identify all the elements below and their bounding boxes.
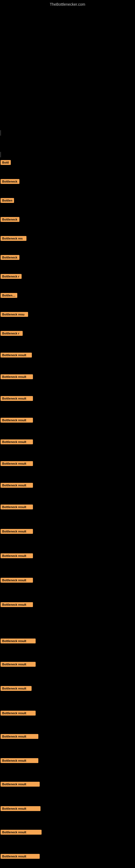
bottleneck-result-badge[interactable]: Bottleneck result: [1, 352, 32, 358]
bottleneck-result-badge[interactable]: Bottleneck result: [1, 483, 33, 488]
bottleneck-result-badge[interactable]: Bottleneck result: [1, 553, 33, 558]
bottleneck-result-badge[interactable]: Bottleneck r: [1, 331, 23, 336]
bottleneck-result-badge[interactable]: Bottleneck result: [1, 662, 36, 667]
bottleneck-result-badge[interactable]: Bottleneck result: [1, 418, 33, 423]
bottleneck-result-badge[interactable]: Bottleneck: [1, 217, 19, 222]
bottleneck-result-badge[interactable]: Bottleneck result: [1, 782, 40, 786]
bottleneck-result-badge[interactable]: Bottleneck: [1, 255, 19, 260]
bottleneck-result-badge[interactable]: Bottleneck result: [1, 806, 41, 811]
bottleneck-result-badge[interactable]: Bottlen: [1, 198, 14, 203]
bottleneck-result-badge[interactable]: Bottleneck result: [1, 396, 33, 401]
bottleneck-result-badge[interactable]: Bottleneck result: [1, 529, 33, 534]
bottleneck-result-badge[interactable]: Bottleneck resu: [1, 312, 28, 317]
bottleneck-result-badge[interactable]: Bottleneck result: [1, 686, 32, 691]
bottleneck-result-badge[interactable]: Bottleneck result: [1, 854, 40, 859]
bottleneck-result-badge[interactable]: Bottleneck result: [1, 639, 36, 643]
bottleneck-result-badge[interactable]: Bottleneck result: [1, 439, 33, 444]
bottleneck-result-badge[interactable]: Bottl: [1, 160, 11, 165]
bottleneck-result-badge[interactable]: Bottleneck result: [1, 602, 33, 607]
bottleneck-result-badge[interactable]: Bottleneck result: [1, 711, 36, 716]
bottleneck-result-badge[interactable]: Bottleneck result: [1, 374, 33, 379]
site-title: TheBottlenecker.com: [50, 2, 85, 6]
bottleneck-result-badge[interactable]: Bottlenec: [1, 293, 17, 298]
bottleneck-result-badge[interactable]: Bottleneck res: [1, 236, 27, 241]
bottleneck-result-badge[interactable]: Bottleneck result: [1, 758, 38, 763]
bottleneck-result-badge[interactable]: Bottleneck result: [1, 578, 33, 583]
bottleneck-result-badge[interactable]: Bottleneck result: [1, 504, 33, 509]
bottleneck-result-badge[interactable]: Bottleneck result: [1, 830, 42, 835]
bottleneck-result-badge[interactable]: Bottleneck r: [1, 274, 21, 279]
bottleneck-result-badge[interactable]: Bottleneck result: [1, 461, 33, 466]
bottleneck-result-badge[interactable]: Bottleneck result: [1, 734, 38, 739]
bottleneck-result-badge[interactable]: Bottleneck: [1, 179, 19, 184]
